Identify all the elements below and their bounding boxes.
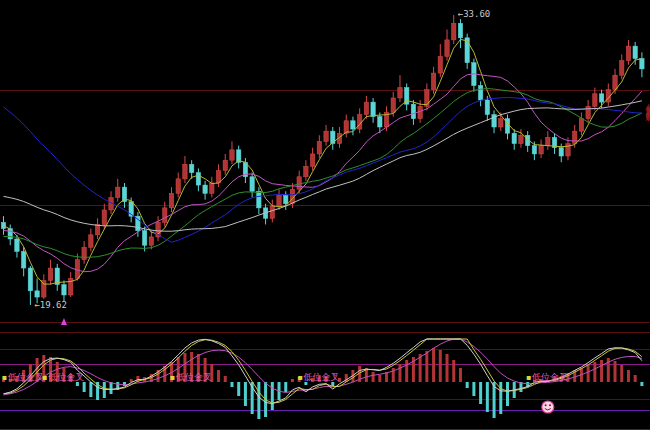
golden-cross-label: ▪低位金叉 xyxy=(170,372,212,383)
buy-signal-marker xyxy=(61,318,67,325)
main-gridlines xyxy=(0,91,650,333)
low-price-annotation: ←19.62 xyxy=(34,301,67,310)
golden-cross-label: ▪低位金叉 xyxy=(297,372,339,383)
ma-long-white xyxy=(4,101,642,231)
smiley-golden-cross-marker xyxy=(542,401,554,413)
high-price-annotation: ←33.60 xyxy=(458,10,491,19)
ma-mid-magenta xyxy=(4,74,642,272)
watermark-text: 低位金叉买入信号图解 xyxy=(644,95,650,230)
main-price-chart[interactable] xyxy=(0,0,650,336)
candlesticks xyxy=(1,15,644,305)
golden-cross-label: ▪低位金叉 xyxy=(42,372,84,383)
ma-slow-blue xyxy=(4,97,642,242)
golden-cross-label: ▪低位金叉 xyxy=(2,372,44,383)
macd-dea-line xyxy=(4,339,642,395)
moving-average-lines xyxy=(4,39,642,284)
stock-chart-app: ←33.60 ←19.62 ▪低位金叉▪低位金叉▪低位金叉▪低位金叉▪低位金叉 … xyxy=(0,0,650,430)
ma-fast-yellow xyxy=(4,39,642,284)
macd-indicator-panel[interactable] xyxy=(0,336,650,430)
golden-cross-label: ▪低位金叉 xyxy=(526,372,568,383)
